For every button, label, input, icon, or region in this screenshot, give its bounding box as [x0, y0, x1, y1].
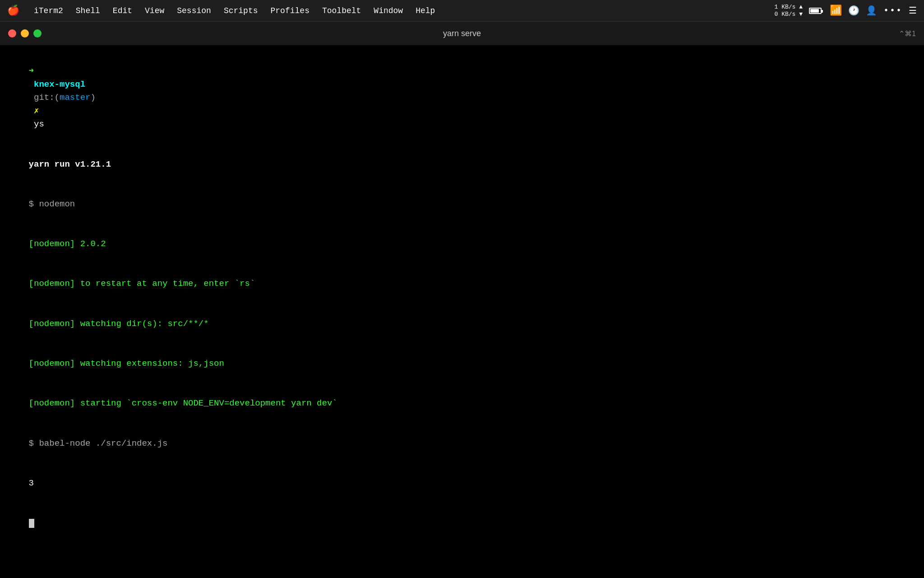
- terminal-line-4: [nodemon] 2.0.2: [8, 224, 916, 264]
- terminal-line-8: [nodemon] starting `cross-env NODE_ENV=d…: [8, 384, 916, 424]
- terminal-line-9: $ babel-node ./src/index.js: [8, 424, 916, 463]
- yarn-run-output: yarn run v1.21.1: [29, 159, 111, 169]
- maximize-button[interactable]: [33, 29, 42, 37]
- prompt-arrow: ➜: [29, 66, 39, 76]
- menubar: 🍎 iTerm2 Shell Edit View Session Scripts…: [0, 0, 924, 22]
- terminal-line-7: [nodemon] watching extensions: js,json: [8, 344, 916, 384]
- nodemon-watch-dir: [nodemon] watching dir(s): src/**/*: [29, 319, 209, 329]
- terminal-line-11: [8, 503, 916, 543]
- terminal-line-3: $ nodemon: [8, 184, 916, 224]
- terminal-line-5: [nodemon] to restart at any time, enter …: [8, 264, 916, 304]
- git-branch: master: [60, 93, 90, 103]
- network-speed: 1 KB/s ▲0 KB/s ▼: [775, 4, 803, 18]
- menubar-item-shell[interactable]: Shell: [69, 5, 106, 17]
- close-button[interactable]: [8, 29, 16, 37]
- menubar-item-help[interactable]: Help: [409, 5, 441, 17]
- nodemon-cmd: nodemon: [39, 199, 75, 209]
- menubar-item-toolbelt[interactable]: Toolbelt: [316, 5, 367, 17]
- menubar-item-edit[interactable]: Edit: [106, 5, 139, 17]
- output-number: 3: [29, 478, 34, 488]
- nodemon-watch-ext: [nodemon] watching extensions: js,json: [29, 359, 224, 368]
- battery-icon: [809, 8, 822, 14]
- window-title: yarn serve: [443, 29, 481, 38]
- babel-cmd: babel-node ./src/index.js: [39, 438, 167, 448]
- git-dirty: ✗: [29, 106, 39, 116]
- menubar-item-iterm2[interactable]: iTerm2: [28, 5, 69, 17]
- list-icon: ☰: [909, 5, 917, 16]
- dollar-prompt-2: $: [29, 438, 39, 448]
- nodemon-starting: [nodemon] starting `cross-env NODE_ENV=d…: [29, 398, 337, 408]
- clock-icon: 🕐: [848, 5, 859, 16]
- minimize-button[interactable]: [21, 29, 29, 37]
- menubar-item-scripts[interactable]: Scripts: [217, 5, 264, 17]
- menubar-item-window[interactable]: Window: [367, 5, 409, 17]
- menubar-item-session[interactable]: Session: [171, 5, 217, 17]
- dir-name: knex-mysql: [29, 79, 85, 89]
- title-bar: yarn serve ⌃⌘1: [0, 22, 924, 45]
- git-close: ): [90, 93, 95, 103]
- terminal-line-6: [nodemon] watching dir(s): src/**/*: [8, 304, 916, 344]
- menubar-item-profiles[interactable]: Profiles: [264, 5, 316, 17]
- terminal-line-10: 3: [8, 464, 916, 503]
- traffic-lights: [0, 22, 50, 45]
- git-label: git:(: [29, 93, 60, 103]
- user-icon: 👤: [866, 5, 877, 16]
- terminal-cursor: [29, 519, 34, 528]
- apple-menu-icon[interactable]: 🍎: [7, 5, 19, 17]
- nodemon-restart: [nodemon] to restart at any time, enter …: [29, 279, 255, 289]
- terminal-line-1: ➜ knex-mysql git:(master) ✗ ys: [8, 51, 916, 144]
- command-ys: ys: [29, 119, 44, 129]
- menubar-item-view[interactable]: View: [139, 5, 171, 17]
- dollar-prompt: $: [29, 199, 39, 209]
- wifi-icon: 📶: [830, 5, 842, 17]
- terminal-line-2: yarn run v1.21.1: [8, 144, 916, 184]
- nodemon-version: [nodemon] 2.0.2: [29, 239, 106, 249]
- keyboard-shortcut: ⌃⌘1: [899, 29, 916, 38]
- more-icon: •••: [883, 5, 902, 16]
- menubar-right: 1 KB/s ▲0 KB/s ▼ 📶 🕐 👤 ••• ☰: [775, 4, 917, 18]
- terminal-content[interactable]: ➜ knex-mysql git:(master) ✗ ys yarn run …: [0, 45, 924, 549]
